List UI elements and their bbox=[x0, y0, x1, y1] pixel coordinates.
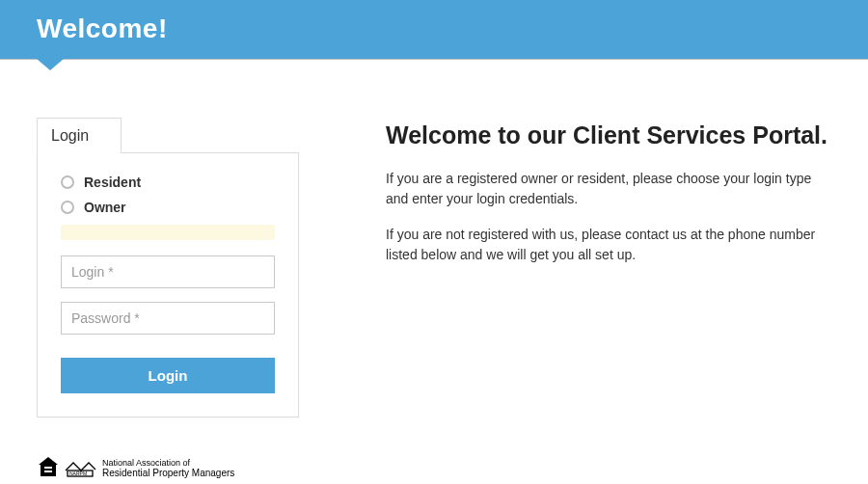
radio-icon bbox=[61, 175, 74, 189]
equal-housing-icon bbox=[37, 455, 60, 478]
radio-resident[interactable]: Resident bbox=[61, 175, 275, 190]
radio-label: Owner bbox=[84, 200, 126, 215]
radio-owner[interactable]: Owner bbox=[61, 200, 275, 215]
login-tab[interactable]: Login bbox=[37, 118, 122, 153]
house-icon: NARPM bbox=[64, 459, 96, 478]
content-area: Login Resident Owner Login Welcome to ou… bbox=[0, 60, 868, 417]
svg-text:NARPM: NARPM bbox=[69, 471, 87, 476]
radio-icon bbox=[61, 201, 74, 214]
page-title: Welcome! bbox=[0, 0, 868, 58]
main-copy: Welcome to our Client Services Portal. I… bbox=[386, 118, 831, 417]
header-bar: Welcome! bbox=[0, 0, 868, 60]
narpm-logo: NARPM National Association of Residentia… bbox=[64, 459, 234, 478]
footer-logos: NARPM National Association of Residentia… bbox=[37, 455, 234, 478]
radio-label: Resident bbox=[84, 175, 141, 190]
svg-rect-0 bbox=[44, 467, 52, 469]
login-form: Resident Owner Login bbox=[37, 152, 299, 417]
main-heading: Welcome to our Client Services Portal. bbox=[386, 121, 831, 149]
login-panel: Login Resident Owner Login bbox=[37, 118, 299, 417]
login-input[interactable] bbox=[61, 255, 275, 288]
narpm-text: National Association of Residential Prop… bbox=[102, 459, 234, 478]
svg-rect-1 bbox=[44, 471, 52, 472]
main-paragraph-1: If you are a registered owner or residen… bbox=[386, 169, 831, 209]
narpm-line2: Residential Property Managers bbox=[102, 469, 234, 479]
login-button[interactable]: Login bbox=[61, 358, 275, 393]
password-input[interactable] bbox=[61, 302, 275, 335]
main-paragraph-2: If you are not registered with us, pleas… bbox=[386, 225, 831, 265]
message-bar bbox=[61, 225, 275, 240]
